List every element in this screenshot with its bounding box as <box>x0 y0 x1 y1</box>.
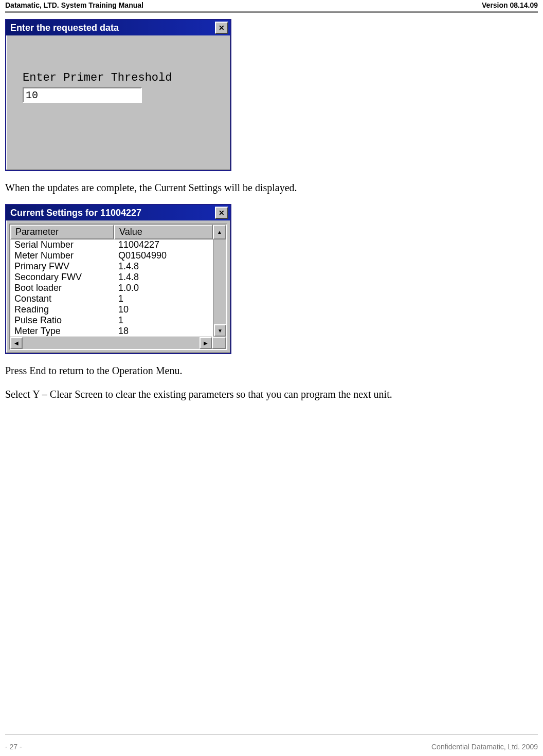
parameter-cell: Serial Number <box>10 239 116 250</box>
footer-rule <box>5 734 538 734</box>
horizontal-scrollbar[interactable]: ◀ ▶ <box>10 337 212 349</box>
value-cell: 10 <box>116 304 213 315</box>
table-row[interactable]: Boot loader1.0.0 <box>10 283 213 293</box>
parameter-cell: Primary FWV <box>10 261 116 272</box>
settings-grid-body: Serial Number11004227Meter NumberQ015049… <box>10 239 213 337</box>
close-icon[interactable]: ✕ <box>215 22 228 34</box>
value-cell: 11004227 <box>116 239 213 250</box>
table-row[interactable]: Serial Number11004227 <box>10 239 213 250</box>
primer-threshold-input[interactable] <box>23 87 142 103</box>
table-row[interactable]: Meter NumberQ01504990 <box>10 250 213 261</box>
parameter-cell: Pulse Ratio <box>10 315 116 326</box>
dialog1-titlebar: Enter the requested data ✕ <box>6 20 230 35</box>
value-cell: Q01504990 <box>116 250 213 261</box>
primer-threshold-label: Enter Primer Threshold <box>23 71 230 84</box>
column-header-parameter[interactable]: Parameter <box>10 225 114 239</box>
value-cell: 1.4.8 <box>116 272 213 283</box>
vertical-scrollbar[interactable]: ▼ <box>213 239 226 337</box>
dialog1-title: Enter the requested data <box>10 23 119 33</box>
dialog-enter-data: Enter the requested data ✕ Enter Primer … <box>5 19 231 171</box>
parameter-cell: Meter Type <box>10 326 116 337</box>
parameter-cell: Constant <box>10 293 116 304</box>
body-text-3: Select Y – Clear Screen to clear the exi… <box>5 387 538 401</box>
header-right: Version 08.14.09 <box>482 1 538 9</box>
table-row[interactable]: Pulse Ratio1 <box>10 315 213 326</box>
parameter-cell: Secondary FWV <box>10 272 116 283</box>
header-rule <box>5 11 538 13</box>
value-cell: 1 <box>116 315 213 326</box>
close-icon[interactable]: ✕ <box>215 207 228 219</box>
confidential-notice: Confidential Datamatic, Ltd. 2009 <box>431 743 538 751</box>
value-cell: 1.4.8 <box>116 261 213 272</box>
table-row[interactable]: Reading10 <box>10 304 213 315</box>
scroll-up-button[interactable]: ▲ <box>213 225 226 239</box>
table-row[interactable]: Secondary FWV1.4.8 <box>10 272 213 283</box>
body-text-2: Press End to return to the Operation Men… <box>5 363 538 378</box>
dialog-current-settings: Current Settings for 11004227 ✕ Paramete… <box>5 204 231 354</box>
header-left: Datamatic, LTD. System Training Manual <box>5 1 143 9</box>
value-cell: 18 <box>116 326 213 337</box>
value-cell: 1 <box>116 293 213 304</box>
parameter-cell: Reading <box>10 304 116 315</box>
table-row[interactable]: Primary FWV1.4.8 <box>10 261 213 272</box>
scroll-left-button[interactable]: ◀ <box>10 337 23 349</box>
scroll-right-button[interactable]: ▶ <box>200 337 212 349</box>
value-cell: 1.0.0 <box>116 283 213 293</box>
dialog2-titlebar: Current Settings for 11004227 ✕ <box>6 205 230 220</box>
parameter-cell: Boot loader <box>10 283 116 293</box>
scroll-down-button[interactable]: ▼ <box>214 324 226 337</box>
parameter-cell: Meter Number <box>10 250 116 261</box>
scrollbar-corner <box>212 337 226 349</box>
page-number: - 27 - <box>5 743 22 751</box>
table-row[interactable]: Meter Type18 <box>10 326 213 337</box>
body-text-1: When the updates are complete, the Curre… <box>5 180 538 195</box>
settings-grid: Parameter Value ▲ Serial Number11004227M… <box>9 224 227 350</box>
table-row[interactable]: Constant1 <box>10 293 213 304</box>
dialog2-title: Current Settings for 11004227 <box>10 208 141 218</box>
column-header-value[interactable]: Value <box>114 225 213 239</box>
